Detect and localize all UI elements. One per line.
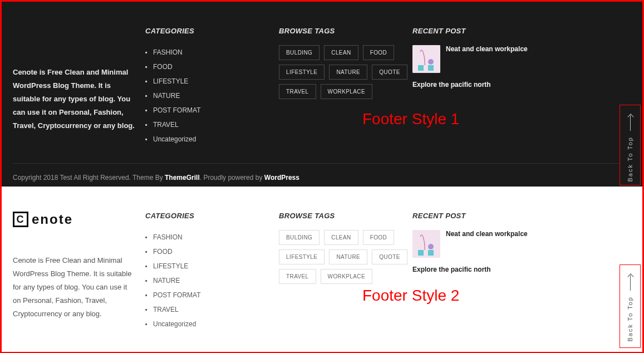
recent-post-column: RECENT POST Neat and clean workpalce Exp…	[412, 27, 566, 146]
annotation-label: Footer Style 2	[362, 287, 459, 305]
tag-cloud: BULDING CLEAN FOOD LIFESTYLE NATURE QUOT…	[279, 230, 412, 284]
category-item[interactable]: Uncategorized	[153, 132, 279, 146]
category-item[interactable]: POST FORMAT	[153, 288, 279, 302]
svg-point-7	[428, 244, 434, 249]
svg-rect-1	[418, 65, 424, 71]
tag-item[interactable]: WORKPLACE	[321, 269, 373, 284]
tag-item[interactable]: NATURE	[329, 249, 367, 264]
category-item[interactable]: POST FORMAT	[153, 103, 279, 117]
tag-item[interactable]: BULDING	[279, 45, 319, 60]
copyright-part: . Proudly powered by	[200, 174, 264, 182]
logo-icon: C	[13, 212, 28, 227]
categories-list: FASHION FOOD LIFESTYLE NATURE POST FORMA…	[145, 45, 279, 146]
tag-item[interactable]: WORKPLACE	[321, 84, 373, 99]
recent-post-heading: RECENT POST	[412, 27, 566, 35]
recent-post-column: RECENT POST Neat and clean workpalce Exp…	[412, 212, 566, 331]
tag-cloud: BULDING CLEAN FOOD LIFESTYLE NATURE QUOT…	[279, 45, 412, 99]
tags-column: BROWSE TAGS BULDING CLEAN FOOD LIFESTYLE…	[279, 212, 412, 331]
recent-post-item[interactable]: Neat and clean workpalce	[412, 45, 566, 73]
recent-post-heading: RECENT POST	[412, 212, 566, 220]
tag-item[interactable]: CLEAN	[324, 230, 358, 245]
tag-item[interactable]: NATURE	[329, 65, 367, 80]
category-item[interactable]: FOOD	[153, 244, 279, 259]
category-item[interactable]: Uncategorized	[153, 317, 279, 331]
category-item[interactable]: FOOD	[153, 60, 279, 74]
tag-item[interactable]: LIFESTYLE	[279, 65, 325, 80]
footer-light: Cenote Cenote is Free Clean and Minimal …	[2, 187, 642, 352]
post-thumbnail-icon	[412, 45, 440, 73]
tag-item[interactable]: CLEAN	[324, 45, 358, 60]
tags-heading: BROWSE TAGS	[279, 27, 412, 35]
back-to-top-label: Back To Top	[627, 296, 633, 342]
svg-rect-2	[428, 65, 434, 71]
site-logo[interactable]: Cenote	[13, 212, 135, 227]
arrow-up-icon	[630, 275, 631, 291]
about-column: Cenote Cenote is Free Clean and Minimal …	[13, 212, 145, 331]
svg-point-3	[428, 59, 434, 65]
tag-item[interactable]: BULDING	[279, 230, 319, 245]
svg-rect-5	[418, 250, 424, 256]
category-item[interactable]: LIFESTYLE	[153, 259, 279, 273]
category-item[interactable]: FASHION	[153, 230, 279, 244]
categories-list: FASHION FOOD LIFESTYLE NATURE POST FORMA…	[145, 230, 279, 331]
recent-post-item[interactable]: Explore the pacific north	[412, 81, 566, 89]
recent-post-item[interactable]: Explore the pacific north	[412, 266, 566, 273]
footer-dark: Cenote is Free Clean and Minimal WordPre…	[2, 2, 642, 187]
category-item[interactable]: LIFESTYLE	[153, 74, 279, 89]
tag-item[interactable]: FOOD	[363, 230, 395, 245]
categories-heading: CATEGORIES	[145, 212, 279, 220]
category-item[interactable]: NATURE	[153, 89, 279, 103]
copyright-link[interactable]: ThemeGrill	[165, 174, 200, 182]
recent-post-item[interactable]: Neat and clean workpalce	[412, 230, 566, 258]
copyright-link[interactable]: WordPress	[264, 174, 299, 182]
back-to-top-button[interactable]: Back To Top	[620, 264, 641, 348]
post-title: Neat and clean workpalce	[446, 230, 528, 238]
tag-item[interactable]: TRAVEL	[279, 269, 316, 284]
tag-item[interactable]: QUOTE	[372, 65, 407, 80]
about-text: Cenote is Free Clean and Minimal WordPre…	[13, 254, 135, 321]
svg-rect-0	[412, 45, 440, 73]
back-to-top-button[interactable]: Back To Top	[620, 105, 641, 185]
back-to-top-label: Back To Top	[627, 136, 633, 182]
logo-text: enote	[32, 212, 73, 227]
tag-item[interactable]: LIFESTYLE	[279, 249, 325, 264]
category-item[interactable]: NATURE	[153, 273, 279, 288]
about-column: Cenote is Free Clean and Minimal WordPre…	[13, 27, 145, 146]
categories-column: CATEGORIES FASHION FOOD LIFESTYLE NATURE…	[145, 27, 279, 146]
category-item[interactable]: TRAVEL	[153, 302, 279, 317]
tag-item[interactable]: QUOTE	[372, 249, 407, 264]
about-text: Cenote is Free Clean and Minimal WordPre…	[13, 66, 135, 133]
tag-item[interactable]: TRAVEL	[279, 84, 316, 99]
category-item[interactable]: TRAVEL	[153, 117, 279, 132]
post-title: Neat and clean workpalce	[446, 45, 528, 53]
category-item[interactable]: FASHION	[153, 45, 279, 60]
tags-column: BROWSE TAGS BULDING CLEAN FOOD LIFESTYLE…	[279, 27, 412, 146]
tag-item[interactable]: FOOD	[363, 45, 395, 60]
post-thumbnail-icon	[412, 230, 440, 258]
annotation-label: Footer Style 1	[362, 110, 459, 128]
tags-heading: BROWSE TAGS	[279, 212, 412, 220]
arrow-up-icon	[630, 115, 631, 131]
svg-rect-4	[412, 230, 440, 258]
copyright-part: Copyright 2018 Test All Right Reserved. …	[13, 174, 165, 182]
categories-column: CATEGORIES FASHION FOOD LIFESTYLE NATURE…	[145, 212, 279, 331]
svg-rect-6	[428, 250, 434, 256]
categories-heading: CATEGORIES	[145, 27, 279, 35]
